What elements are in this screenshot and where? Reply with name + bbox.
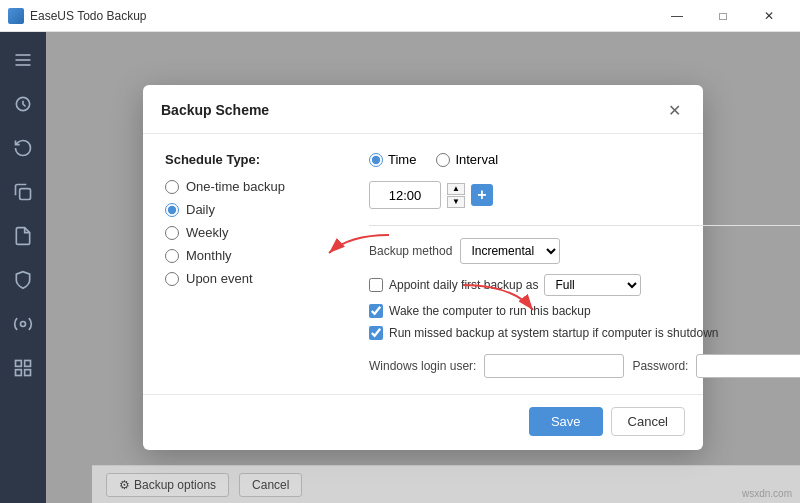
bottom-cancel-button[interactable]: Cancel	[239, 473, 302, 497]
sidebar-restore-btn[interactable]	[3, 128, 43, 168]
backup-method-row: Backup method Full Incremental Different…	[369, 238, 800, 264]
wake-computer-row: Wake the computer to run this backup	[369, 304, 800, 318]
app-icon	[8, 8, 24, 24]
watermark: wsxdn.com	[742, 488, 792, 499]
windows-login-label: Windows login user:	[369, 359, 476, 373]
wake-computer-checkbox[interactable]	[369, 304, 383, 318]
bottom-bar: ⚙ Backup options Cancel	[92, 465, 800, 503]
dialog-title: Backup Scheme	[161, 102, 269, 118]
schedule-settings-section: Time Interval ▲ ▼	[369, 152, 800, 378]
windows-login-input[interactable]	[484, 354, 624, 378]
save-button[interactable]: Save	[529, 407, 603, 436]
radio-weekly[interactable]: Weekly	[165, 225, 345, 240]
backup-scheme-dialog: Backup Scheme ✕ Schedule Type: One-time …	[143, 85, 703, 450]
backup-options-label: Backup options	[134, 478, 216, 492]
radio-weekly-input[interactable]	[165, 226, 179, 240]
sidebar-security-btn[interactable]	[3, 260, 43, 300]
time-field[interactable]	[369, 181, 441, 209]
radio-monthly[interactable]: Monthly	[165, 248, 345, 263]
content-area: Backup Scheme ✕ Schedule Type: One-time …	[46, 32, 800, 503]
sidebar-clone-btn[interactable]	[3, 172, 43, 212]
sidebar-menu-btn[interactable]	[3, 40, 43, 80]
schedule-section-label: Schedule Type:	[165, 152, 345, 167]
time-input-row: ▲ ▼ +	[369, 181, 800, 209]
dialog-header: Backup Scheme ✕	[143, 85, 703, 134]
backup-options-icon: ⚙	[119, 478, 130, 492]
dialog-close-button[interactable]: ✕	[663, 99, 685, 121]
add-time-button[interactable]: +	[471, 184, 493, 206]
radio-daily-label: Daily	[186, 202, 215, 217]
radio-daily[interactable]: Daily	[165, 202, 345, 217]
svg-rect-6	[16, 361, 22, 367]
divider-1	[369, 225, 800, 226]
time-down-button[interactable]: ▼	[447, 196, 465, 208]
cancel-button[interactable]: Cancel	[611, 407, 685, 436]
time-interval-row: Time Interval	[369, 152, 800, 167]
password-input[interactable]	[696, 354, 800, 378]
maximize-button[interactable]: □	[700, 0, 746, 32]
svg-point-5	[21, 322, 26, 327]
schedule-type-section: Schedule Type: One-time backup Daily	[165, 152, 345, 378]
radio-interval-label: Interval	[455, 152, 498, 167]
password-label: Password:	[632, 359, 688, 373]
radio-upon-event-input[interactable]	[165, 272, 179, 286]
radio-weekly-label: Weekly	[186, 225, 228, 240]
appoint-daily-label: Appoint daily first backup as	[389, 278, 538, 292]
appoint-daily-checkbox[interactable]	[369, 278, 383, 292]
backup-method-dropdown[interactable]: Full Incremental Differential	[460, 238, 560, 264]
backup-options-button[interactable]: ⚙ Backup options	[106, 473, 229, 497]
radio-upon-event[interactable]: Upon event	[165, 271, 345, 286]
wake-computer-label: Wake the computer to run this backup	[389, 304, 591, 318]
backup-method-label: Backup method	[369, 244, 452, 258]
appoint-daily-row: Appoint daily first backup as Full Incre…	[369, 274, 800, 296]
window-controls: — □ ✕	[654, 0, 792, 32]
radio-monthly-input[interactable]	[165, 249, 179, 263]
radio-one-time-input[interactable]	[165, 180, 179, 194]
app-title: EaseUS Todo Backup	[30, 9, 654, 23]
title-bar: EaseUS Todo Backup — □ ✕	[0, 0, 800, 32]
svg-rect-8	[16, 370, 22, 376]
time-spinner: ▲ ▼	[447, 183, 465, 208]
radio-interval-input[interactable]	[436, 153, 450, 167]
radio-daily-input[interactable]	[165, 203, 179, 217]
dialog-body: Schedule Type: One-time backup Daily	[143, 134, 703, 394]
app-body: Backup Scheme ✕ Schedule Type: One-time …	[0, 32, 800, 503]
svg-rect-4	[20, 189, 31, 200]
radio-interval-option[interactable]: Interval	[436, 152, 498, 167]
run-missed-row: Run missed backup at system startup if c…	[369, 326, 800, 340]
run-missed-checkbox[interactable]	[369, 326, 383, 340]
sidebar-backup-btn[interactable]	[3, 84, 43, 124]
run-missed-label: Run missed backup at system startup if c…	[389, 326, 718, 340]
radio-monthly-label: Monthly	[186, 248, 232, 263]
sidebar-file-btn[interactable]	[3, 216, 43, 256]
radio-time-label: Time	[388, 152, 416, 167]
appoint-daily-dropdown[interactable]: Full Incremental	[544, 274, 641, 296]
radio-one-time-backup[interactable]: One-time backup	[165, 179, 345, 194]
dialog-footer: Save Cancel	[143, 394, 703, 450]
sidebar-apps-btn[interactable]	[3, 348, 43, 388]
schedule-radio-group: One-time backup Daily Weekly	[165, 179, 345, 286]
radio-time-option[interactable]: Time	[369, 152, 416, 167]
svg-rect-7	[25, 361, 31, 367]
radio-time-input[interactable]	[369, 153, 383, 167]
sidebar-tools-btn[interactable]	[3, 304, 43, 344]
windows-login-row: Windows login user: Password:	[369, 354, 800, 378]
radio-one-time-label: One-time backup	[186, 179, 285, 194]
sidebar	[0, 32, 46, 503]
radio-upon-event-label: Upon event	[186, 271, 253, 286]
close-button[interactable]: ✕	[746, 0, 792, 32]
minimize-button[interactable]: —	[654, 0, 700, 32]
dialog-overlay: Backup Scheme ✕ Schedule Type: One-time …	[46, 32, 800, 503]
time-up-button[interactable]: ▲	[447, 183, 465, 195]
svg-rect-9	[25, 370, 31, 376]
